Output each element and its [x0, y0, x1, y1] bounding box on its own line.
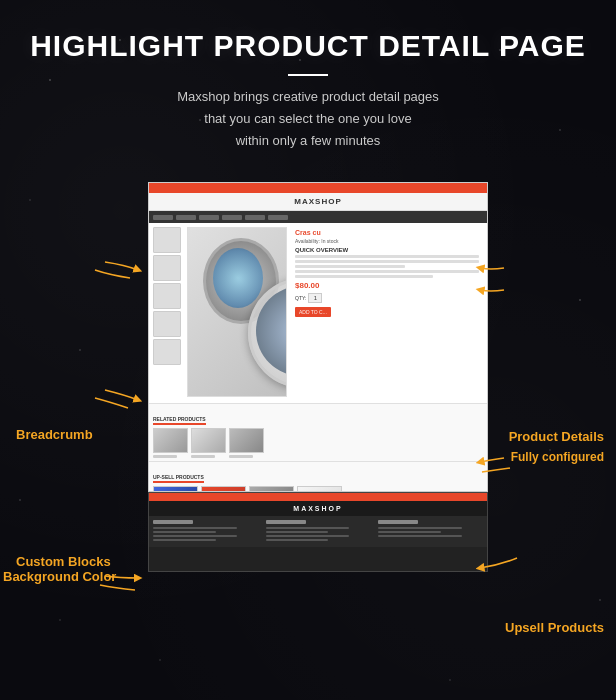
mock-desc-line [295, 265, 405, 268]
mock-desc-line [295, 260, 479, 263]
label-background-color: Background Color [3, 569, 116, 584]
mock-thumbnails [153, 227, 183, 399]
mock-product-area: Cras cu Availability: In stock QUICK OVE… [149, 223, 487, 403]
mock-desc-line [295, 270, 479, 273]
footer-col [266, 520, 371, 543]
mock-nav2-item [176, 215, 196, 220]
footer-col-title [266, 520, 306, 524]
footer-col-line [378, 527, 462, 529]
mock-nav2-item [199, 215, 219, 220]
mock-rel-img [153, 428, 188, 453]
content-area: MAXSHOP [8, 172, 608, 612]
footer-col-title [378, 520, 418, 524]
label-product-details: Product Details [509, 429, 604, 444]
mock-desc-line [295, 275, 433, 278]
mock-thumb [153, 227, 181, 253]
mock-upsell-title: UP-SELL PRODUCTS [153, 474, 204, 483]
mock-magnify-circle [248, 278, 287, 388]
footer-content [149, 516, 487, 547]
mock-related-title: RELATED PRODUCTS [153, 416, 206, 425]
mock-rel-price [191, 455, 215, 458]
mock-related-products: RELATED PRODUCTS [149, 403, 487, 461]
mock-related-item [153, 428, 188, 458]
footer-logo-row: MAXSHOP [149, 501, 487, 516]
mock-nav2-item [268, 215, 288, 220]
mock-rel-price [153, 455, 177, 458]
footer-col-title [153, 520, 193, 524]
mock-related-item [229, 428, 264, 458]
mock-nav2 [149, 211, 487, 223]
mock-thumb [153, 339, 181, 365]
mock-qty-row: QTY: 1 [295, 293, 479, 303]
mock-product-info: Cras cu Availability: In stock QUICK OVE… [291, 227, 483, 399]
footer-col-line [153, 539, 216, 541]
mock-qty-label: QTY: [295, 295, 306, 301]
mock-product-title: Cras cu [295, 229, 479, 236]
mock-nav2-item [245, 215, 265, 220]
label-upsell-products: Upsell Products [505, 620, 604, 635]
footer-col-line [378, 531, 441, 533]
footer-col [153, 520, 258, 543]
title-divider [288, 74, 328, 76]
mock-topbar [149, 183, 487, 193]
mock-thumb [153, 255, 181, 281]
mock-logo: MAXSHOP [294, 197, 341, 206]
mock-thumb [153, 311, 181, 337]
mock-thumb [153, 283, 181, 309]
mock-rel-img [191, 428, 226, 453]
mock-rel-img [229, 428, 264, 453]
mock-availability: Availability: In stock [295, 238, 479, 244]
mock-desc-line [295, 255, 479, 258]
footer-logo: MAXSHOP [293, 505, 342, 512]
header-section: HIGHLIGHT PRODUCT DETAIL PAGE Maxshop br… [0, 0, 616, 162]
mock-related-items [153, 428, 483, 458]
mock-nav2-item [153, 215, 173, 220]
mock-quick-overview: QUICK OVERVIEW [295, 247, 479, 253]
footer-col-line [266, 527, 350, 529]
mock-logo-row: MAXSHOP [149, 193, 487, 211]
footer-col-line [153, 527, 237, 529]
mock-qty-box: 1 [308, 293, 322, 303]
footer-col-line [266, 539, 329, 541]
footer-col-line [266, 531, 329, 533]
footer-col-line [266, 535, 350, 537]
label-custom-blocks: Custom Blocks [16, 554, 111, 569]
mock-price: $80.00 [295, 281, 479, 290]
mock-nav2-item [222, 215, 242, 220]
mock-add-to-cart: ADD TO C... [295, 307, 331, 317]
footer-col-line [153, 531, 216, 533]
main-title: HIGHLIGHT PRODUCT DETAIL PAGE [20, 28, 596, 64]
mock-related-item [191, 428, 226, 458]
mock-upsell-products: UP-SELL PRODUCTS [149, 461, 487, 492]
screenshot-image: MAXSHOP [148, 182, 488, 492]
mock-main-image [187, 227, 287, 397]
label-fully-configured: Fully configured [511, 450, 604, 464]
footer-col-line [153, 535, 237, 537]
label-breadcrumb: Breadcrumb [16, 427, 93, 442]
footer-top-bar [149, 493, 487, 501]
footer-col-line [378, 535, 462, 537]
footer-col [378, 520, 483, 543]
subtitle: Maxshop brings creative product detail p… [20, 86, 596, 152]
footer-screenshot: MAXSHOP [148, 492, 488, 572]
mock-rel-price [229, 455, 253, 458]
page-container: HIGHLIGHT PRODUCT DETAIL PAGE Maxshop br… [0, 0, 616, 700]
